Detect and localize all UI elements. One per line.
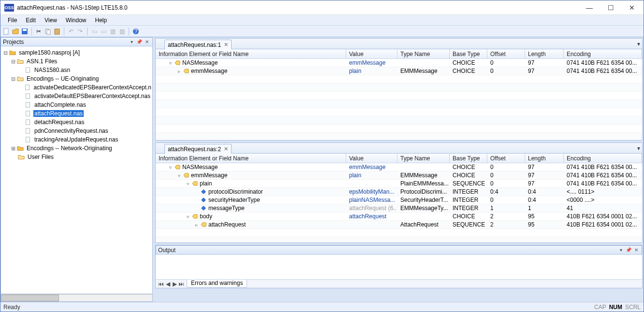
menu-help[interactable]: Help [91, 16, 112, 25]
panel-close-icon[interactable]: ✕ [633, 247, 640, 254]
paste-icon[interactable] [53, 28, 61, 35]
tree-root[interactable]: ⊟ sample1580.nasproj [A] [1, 48, 152, 57]
help-icon[interactable]: ? [132, 28, 140, 35]
menu-edit[interactable]: Edit [21, 16, 40, 25]
expander-icon[interactable]: ▹ [176, 69, 182, 74]
tree-user-files[interactable]: User Files [1, 153, 152, 161]
pin-icon[interactable]: 📌 [136, 39, 143, 45]
tree-file[interactable]: trackingAreaUpdateRequest.nas [1, 135, 152, 144]
minimize-button[interactable]: — [579, 1, 600, 14]
tab-dropdown-icon[interactable]: ▾ [637, 145, 640, 152]
grid-body-2[interactable]: ▿NASMessageemmMessageCHOICE0970741 410B … [156, 163, 642, 242]
output-body[interactable] [156, 255, 642, 279]
table-row[interactable]: ▹attachRequestAttachRequestSEQUENCE29541… [156, 221, 642, 229]
dropdown-icon[interactable]: ▾ [128, 39, 135, 45]
expander-icon[interactable]: ▿ [167, 165, 173, 170]
tree-file[interactable]: pdnConnectivityRequest.nas [1, 127, 152, 135]
tab-attach1[interactable]: attachRequest.nas:1 ✕ [164, 40, 232, 49]
tree-file[interactable]: activateDefaultEPSBearerContextAccept.na… [1, 92, 152, 100]
menu-window[interactable]: Window [61, 16, 91, 25]
projects-tree[interactable]: ⊟ sample1580.nasproj [A] ⊟ ASN.1 Files N… [0, 46, 153, 294]
table-row[interactable]: ▿NASMessageemmMessageCHOICE0970741 410B … [156, 59, 642, 67]
cell-offset: 1 [487, 205, 525, 212]
table-row[interactable]: securityHeaderTypeplainNASMessa...Securi… [156, 196, 642, 204]
table-row[interactable]: ▿emmMessageplainEMMMessageCHOICE0970741 … [156, 171, 642, 180]
tree-file[interactable]: NAS1580.asn [1, 66, 152, 74]
expander-icon[interactable]: ▿ [167, 60, 173, 66]
col-offset[interactable]: Offset [487, 154, 525, 163]
dropdown-icon[interactable]: ▾ [617, 247, 624, 254]
collapse-icon[interactable]: ⊟ [2, 50, 9, 56]
col-value[interactable]: Value [346, 49, 397, 58]
cell-length: 97 [525, 59, 564, 66]
col-name[interactable]: Information Element or Field Name [156, 154, 346, 163]
col-value[interactable]: Value [346, 154, 397, 163]
cell-value: emmMessage [346, 164, 397, 170]
table-row[interactable]: ▿bodyattachRequestCHOICE295410B F621 635… [156, 213, 642, 221]
tree-label: NAS1580.asn [33, 67, 71, 73]
tab-close-icon[interactable]: ✕ [224, 146, 228, 152]
expander-icon[interactable]: ▹ [193, 222, 199, 227]
next-icon[interactable]: ▶ [171, 281, 178, 287]
expander-icon[interactable]: ▿ [185, 214, 190, 219]
cell-value: epsMobilityMan... [346, 188, 397, 195]
col-encoding[interactable]: Encoding [564, 49, 642, 58]
table-row[interactable]: messageTypeattachRequest (6...EMMMessage… [156, 204, 642, 213]
table-row[interactable]: ▿NASMessageemmMessageCHOICE0970741 410B … [156, 163, 642, 171]
tree-file[interactable]: activateDedicatedEPSBearerContextAccept.… [1, 83, 152, 92]
copy-icon[interactable] [44, 28, 52, 35]
menu-file[interactable]: File [3, 16, 21, 25]
maximize-button[interactable]: ☐ [600, 1, 621, 14]
prev-icon[interactable]: ◀ [164, 281, 171, 287]
expander-icon[interactable]: ▿ [176, 173, 182, 178]
new-icon[interactable] [2, 28, 10, 35]
col-name[interactable]: Information Element or Field Name [156, 49, 346, 58]
col-encoding[interactable]: Encoding [564, 154, 642, 163]
undo-icon[interactable]: ↶ [67, 28, 75, 35]
tree-enc-ue[interactable]: ⊟ Encodings -- UE-Originating [1, 74, 152, 83]
col-base[interactable]: Base Type [450, 154, 487, 163]
tree-enc-net[interactable]: ⊞ Encodings -- Network-Originating [1, 144, 152, 153]
col-type[interactable]: Type Name [397, 49, 450, 58]
cell-type: ProtocolDiscrimi... [397, 188, 450, 195]
grid-body-1[interactable]: ▿NASMessageemmMessageCHOICE0970741 410B … [156, 59, 642, 140]
tab-attach2[interactable]: attachRequest.nas:2 ✕ [164, 144, 232, 154]
save-icon[interactable] [21, 28, 29, 35]
expander-icon[interactable]: ▿ [185, 181, 190, 186]
table-row[interactable]: ▹emmMessageplainEMMMessageCHOICE0970741 … [156, 67, 642, 75]
tool2-icon[interactable]: ▭ [100, 28, 107, 35]
panel-close-icon[interactable]: ✕ [144, 39, 150, 45]
col-offset[interactable]: Offset [487, 49, 525, 58]
table-row[interactable]: protocolDiscriminatorepsMobilityMan...Pr… [156, 188, 642, 196]
tool4-icon[interactable]: ▥ [118, 28, 126, 35]
tab-dropdown-icon[interactable]: ▾ [637, 41, 640, 47]
col-base[interactable]: Base Type [450, 49, 487, 58]
col-type[interactable]: Type Name [397, 154, 450, 163]
col-length[interactable]: Length [525, 49, 564, 58]
svg-text:?: ? [134, 28, 138, 35]
collapse-icon[interactable]: ⊟ [10, 58, 16, 65]
tree-asn-folder[interactable]: ⊟ ASN.1 Files [1, 57, 152, 66]
collapse-icon[interactable]: ⊟ [10, 76, 16, 82]
row-name: NASMessage [182, 59, 218, 66]
tree-file[interactable]: attachRequest.nas [1, 109, 152, 118]
cut-icon[interactable]: ✂ [35, 28, 43, 35]
cell-name: ▿emmMessage [156, 172, 346, 179]
expand-icon[interactable]: ⊞ [10, 145, 16, 152]
tree-file[interactable]: detachRequest.nas [1, 118, 152, 127]
tab-close-icon[interactable]: ✕ [224, 42, 228, 48]
table-row[interactable]: ▿plainPlainEMMMessa...SEQUENCE0970741 41… [156, 180, 642, 188]
tab-errors[interactable]: Errors and warnings [187, 280, 247, 288]
tool1-icon[interactable]: ▭ [90, 28, 98, 35]
first-icon[interactable]: ⏮ [158, 281, 164, 287]
menu-view[interactable]: View [40, 16, 61, 25]
redo-icon[interactable]: ↷ [76, 28, 84, 35]
col-length[interactable]: Length [525, 154, 564, 163]
projects-hscrollbar[interactable] [0, 294, 153, 302]
pin-icon[interactable]: 📌 [625, 247, 632, 254]
close-button[interactable]: ✕ [621, 1, 643, 14]
open-icon[interactable] [12, 28, 19, 35]
last-icon[interactable]: ⏭ [178, 281, 185, 287]
tree-file[interactable]: attachComplete.nas [1, 100, 152, 109]
tool3-icon[interactable]: ▥ [109, 28, 117, 35]
